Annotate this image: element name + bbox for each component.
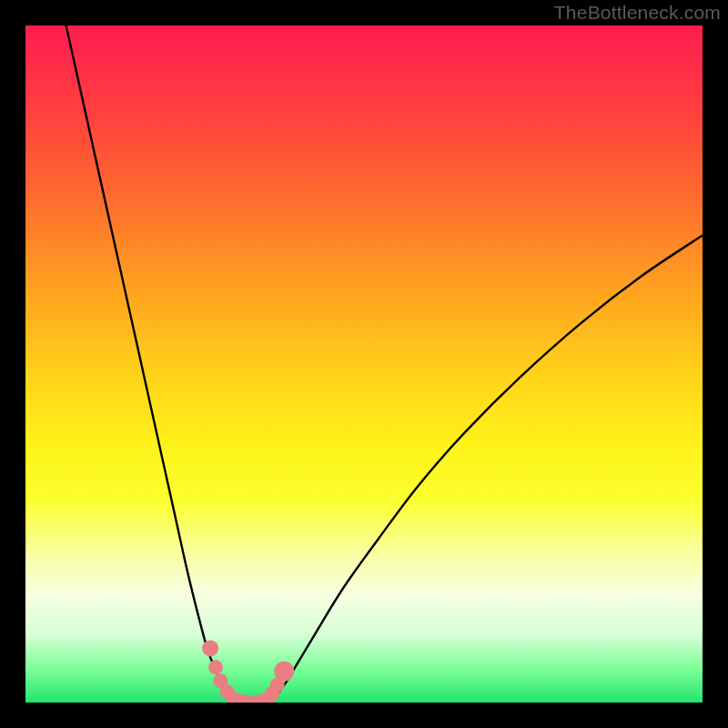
curve-layer [25,25,703,703]
marker-dot [208,660,223,674]
plot-area [25,25,703,703]
marker-group [202,640,294,703]
marker-dot [274,662,294,682]
curve-path [66,25,703,703]
chart-frame: TheBottleneck.com [0,0,728,728]
bottleneck-curve [66,25,703,703]
marker-dot [202,640,218,656]
watermark-text: TheBottleneck.com [554,2,721,24]
